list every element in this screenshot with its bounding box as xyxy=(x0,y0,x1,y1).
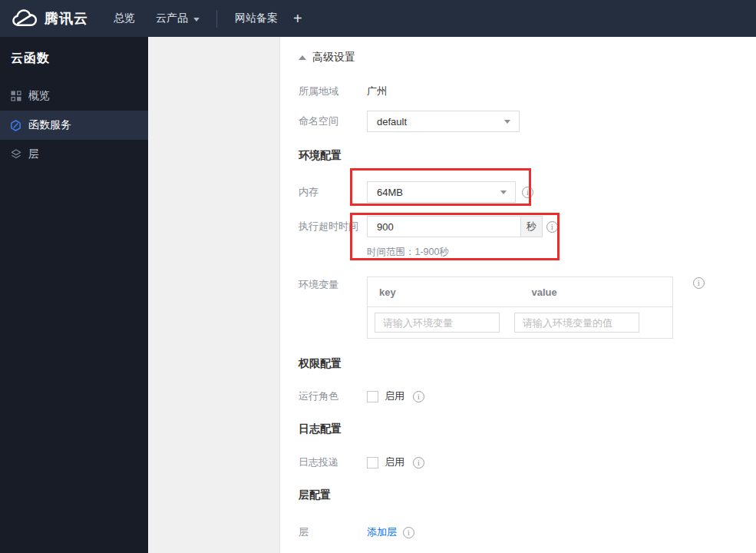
region-label: 所属地域 xyxy=(299,84,367,98)
add-layer-info-icon[interactable]: i xyxy=(403,527,414,538)
layer-config-heading: 层配置 xyxy=(299,488,331,502)
nav-products-label: 云产品 xyxy=(156,12,188,25)
chevron-down-icon xyxy=(504,120,510,124)
value-column-header: value xyxy=(520,286,673,298)
layer-row: 层 添加层 i xyxy=(299,525,414,539)
region-row: 所属地域 广州 xyxy=(299,84,387,98)
memory-row: 内存 64MB i xyxy=(299,181,533,203)
env-vars-info-icon[interactable]: i xyxy=(693,277,705,289)
sidebar: 云函数 概览 xyxy=(0,37,148,553)
timeout-unit-addon: 秒 xyxy=(521,216,543,237)
log-shipping-label: 日志投递 xyxy=(299,455,367,469)
timeout-range-hint: 时间范围：1-900秒 xyxy=(367,246,449,259)
brand-name: 腾讯云 xyxy=(45,9,88,28)
env-var-key-input[interactable] xyxy=(375,313,500,333)
key-column-header: key xyxy=(368,286,520,298)
log-shipping-enable-checkbox[interactable] xyxy=(367,457,378,469)
timeout-row: 执行超时时间 秒 i xyxy=(299,216,558,237)
function-config-form: 高级设置 所属地域 广州 命名空间 default 环境配置 内存 64MB i xyxy=(280,37,756,553)
run-role-row: 运行角色 启用 i xyxy=(299,389,424,403)
timeout-info-icon[interactable]: i xyxy=(546,221,558,233)
timeout-input-group: 秒 xyxy=(367,216,543,237)
tencent-cloud-console: 腾讯云 总览 云产品 网站备案 + 云函数 xyxy=(0,0,756,553)
add-layer-link[interactable]: 添加层 xyxy=(367,525,397,539)
namespace-select[interactable]: default xyxy=(367,111,520,132)
permission-config-heading: 权限配置 xyxy=(299,357,342,371)
run-role-info-icon[interactable]: i xyxy=(413,391,424,402)
timeout-input[interactable] xyxy=(367,216,521,237)
sidebar-item-function-service[interactable]: 函数服务 xyxy=(0,111,148,140)
grid-icon xyxy=(10,91,21,102)
memory-selected-value: 64MB xyxy=(377,187,403,198)
cloud-logo-icon xyxy=(12,8,38,29)
log-shipping-row: 日志投递 启用 i xyxy=(299,455,424,469)
env-vars-label: 环境变量 xyxy=(299,276,367,292)
nav-overview-label: 总览 xyxy=(114,12,135,25)
secondary-panel xyxy=(148,37,280,553)
sidebar-item-label: 概览 xyxy=(28,89,50,103)
nav-item-cloud-products[interactable]: 云产品 xyxy=(156,12,200,25)
triangle-up-icon xyxy=(299,55,306,60)
namespace-selected-value: default xyxy=(377,116,407,127)
run-role-enable-checkbox[interactable] xyxy=(367,391,378,402)
sidebar-item-label: 函数服务 xyxy=(28,118,71,132)
namespace-label: 命名空间 xyxy=(299,114,367,128)
nav-icp-label: 网站备案 xyxy=(235,12,278,25)
sidebar-item-label: 层 xyxy=(28,147,39,161)
namespace-row: 命名空间 default xyxy=(299,111,520,132)
topbar-divider xyxy=(216,10,217,28)
region-value: 广州 xyxy=(367,84,387,98)
top-nav-menu: 总览 云产品 网站备案 + xyxy=(88,0,302,37)
run-role-enable-label: 启用 xyxy=(385,389,404,403)
layer-label: 层 xyxy=(299,525,367,539)
log-shipping-enable-label: 启用 xyxy=(385,455,404,469)
memory-select[interactable]: 64MB xyxy=(367,181,516,203)
log-shipping-info-icon[interactable]: i xyxy=(413,457,424,469)
env-var-value-input[interactable] xyxy=(514,313,639,333)
layers-icon xyxy=(10,149,21,161)
chevron-down-icon xyxy=(193,18,200,22)
run-role-label: 运行角色 xyxy=(299,389,367,403)
memory-label: 内存 xyxy=(299,185,367,199)
env-config-heading: 环境配置 xyxy=(299,149,342,163)
timeout-label: 执行超时时间 xyxy=(299,220,367,233)
env-vars-input-row xyxy=(368,307,672,338)
env-vars-row: 环境变量 key value i xyxy=(299,276,705,339)
add-tab-button[interactable]: + xyxy=(293,11,302,26)
memory-info-icon[interactable]: i xyxy=(522,187,533,198)
sidebar-item-overview[interactable]: 概览 xyxy=(0,81,148,111)
tencent-cloud-logo[interactable]: 腾讯云 xyxy=(12,8,88,29)
advanced-settings-label: 高级设置 xyxy=(312,51,355,65)
nav-item-overview[interactable]: 总览 xyxy=(114,12,135,25)
sidebar-menu: 概览 函数服务 层 xyxy=(0,81,148,169)
sidebar-title: 云函数 xyxy=(0,37,148,67)
nav-item-icp-filing[interactable]: 网站备案 xyxy=(235,12,278,25)
advanced-settings-toggle[interactable]: 高级设置 xyxy=(299,51,355,65)
function-hexagon-icon xyxy=(10,120,21,131)
top-navigation-bar: 腾讯云 总览 云产品 网站备案 + xyxy=(0,0,756,37)
sidebar-item-layers[interactable]: 层 xyxy=(0,140,148,169)
log-config-heading: 日志配置 xyxy=(299,422,342,436)
chevron-down-icon xyxy=(500,190,507,194)
env-vars-header-row: key value xyxy=(368,277,672,307)
env-vars-table: key value xyxy=(367,276,673,339)
